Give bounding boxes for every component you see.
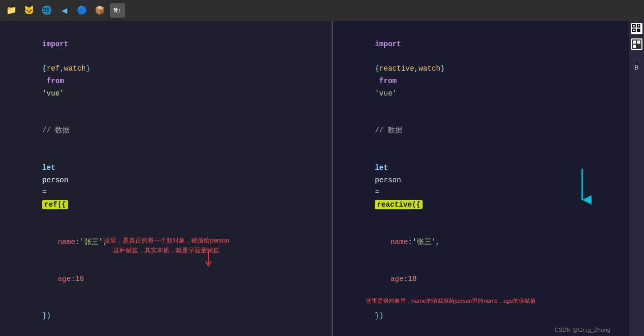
left-code-block: import {ref,watch} from 'vue' // 数据 let …: [0, 21, 332, 336]
taskbar-icon-cat[interactable]: 🐱: [22, 3, 36, 18]
r-comment-data: // 数据: [375, 126, 402, 135]
r-colon2: :: [403, 275, 408, 283]
csdn-watermark: CSDN @Greg_Zhong: [555, 327, 610, 333]
equals: =: [42, 188, 51, 196]
prop-age: age: [58, 275, 71, 283]
taskbar-icon-pkg[interactable]: 📦: [93, 3, 107, 18]
r-space1: [375, 52, 379, 61]
close-brace: }): [42, 312, 51, 320]
r-annotation-line1: 这里是将对象里，name的值赋值给person里的name，age的值赋值: [366, 297, 536, 305]
keyword-from: from: [42, 77, 68, 85]
r-prop-name: name: [390, 238, 408, 246]
taskbar-icon-m[interactable]: M↑: [110, 3, 125, 18]
num-18: 18: [75, 275, 84, 283]
code-line-5: age:18: [7, 261, 324, 298]
taskbar-icon-browser[interactable]: 🌐: [40, 3, 54, 18]
code-line-6: }): [7, 298, 324, 335]
comma: ,: [60, 64, 64, 73]
taskbar: 📁 🐱 🌐 ◀ 🔵 📦 M↑: [0, 0, 644, 21]
string-vue: 'vue': [42, 89, 64, 98]
taskbar-icon-folder[interactable]: 📁: [4, 3, 19, 18]
right-code-panel: import {reactive,watch} from 'vue' // 数据…: [333, 21, 629, 336]
main-content: import {ref,watch} from 'vue' // 数据 let …: [0, 21, 644, 336]
r-brace-close: }: [440, 64, 444, 73]
r-watch-fn: watch: [418, 64, 440, 73]
svg-rect-10: [633, 41, 636, 44]
svg-rect-7: [633, 30, 635, 31]
r-str-zhangsan: '张三': [412, 238, 436, 246]
r-code-line-5: age:18: [340, 261, 622, 298]
r-reactive-fn: reactive: [379, 64, 414, 73]
code-line-2: // 数据: [7, 113, 324, 150]
r-string-vue: 'vue': [375, 89, 397, 98]
r-brace-open: {: [375, 64, 379, 73]
taskbar-icon-arrow[interactable]: ◀: [57, 3, 72, 18]
qr-code-2: [631, 38, 642, 50]
var-person: person: [42, 176, 73, 184]
r-keyword-let: let: [375, 164, 392, 172]
r-comma2: ,: [436, 238, 440, 246]
r-keyword-import: import: [375, 40, 401, 48]
svg-rect-11: [637, 41, 640, 44]
r-comma: ,: [414, 64, 418, 73]
r-keyword-from: from: [375, 77, 401, 85]
r-code-line-4: name:'张三',: [340, 224, 622, 261]
qr-icon-2: [632, 39, 641, 49]
left-annotation-line1: 这里，是真正的将一个新对象，赋值给person: [104, 237, 229, 244]
r-prop-age: age: [390, 275, 403, 283]
r-num-18: 18: [408, 275, 417, 283]
left-popup-annotation: 这里，是真正的将一个新对象，赋值给person 这种赋值，其实本质，就是字面量赋…: [104, 236, 229, 256]
colon1: :: [75, 238, 80, 246]
reactive-highlight: reactive({: [375, 200, 423, 209]
svg-rect-5: [633, 25, 635, 26]
svg-rect-8: [637, 29, 640, 32]
brace-close: }: [86, 64, 90, 73]
sidebar-label-b: B: [635, 64, 638, 71]
down-arrow-container: [572, 166, 593, 210]
qr-code-1: [631, 23, 642, 34]
str-zhangsan: '张三': [80, 238, 103, 246]
r-code-line-1: import {reactive,watch} from 'vue': [340, 26, 622, 113]
code-punct: [42, 52, 46, 61]
colon2: :: [71, 275, 75, 283]
comment-data: // 数据: [42, 126, 70, 135]
r-code-line-2: // 数据: [340, 113, 622, 150]
brace-open: {: [42, 64, 46, 73]
code-line-3: let person = ref({: [7, 150, 324, 224]
r-colon1: :: [408, 238, 412, 246]
ref-highlight: ref({: [42, 200, 68, 209]
ref-fn: ref: [47, 64, 60, 73]
left-code-panel: import {ref,watch} from 'vue' // 数据 let …: [0, 21, 333, 336]
r-equals: =: [375, 188, 384, 196]
r-close-brace: }): [375, 312, 384, 320]
red-arrow-icon: [203, 252, 214, 268]
sidebar-panel: B: [629, 21, 644, 336]
svg-rect-6: [638, 25, 639, 26]
code-line-1: import {ref,watch} from 'vue': [7, 26, 324, 113]
prop-name: name: [58, 238, 75, 246]
svg-rect-12: [633, 45, 636, 48]
keyword-let: let: [42, 164, 60, 172]
keyword-import: import: [42, 40, 68, 48]
watch-fn: watch: [64, 64, 86, 73]
r-var-person: person: [375, 176, 405, 184]
taskbar-icon-chrome[interactable]: 🔵: [75, 3, 89, 18]
blue-down-arrow-icon: [572, 166, 593, 208]
qr-icon: [632, 24, 641, 33]
